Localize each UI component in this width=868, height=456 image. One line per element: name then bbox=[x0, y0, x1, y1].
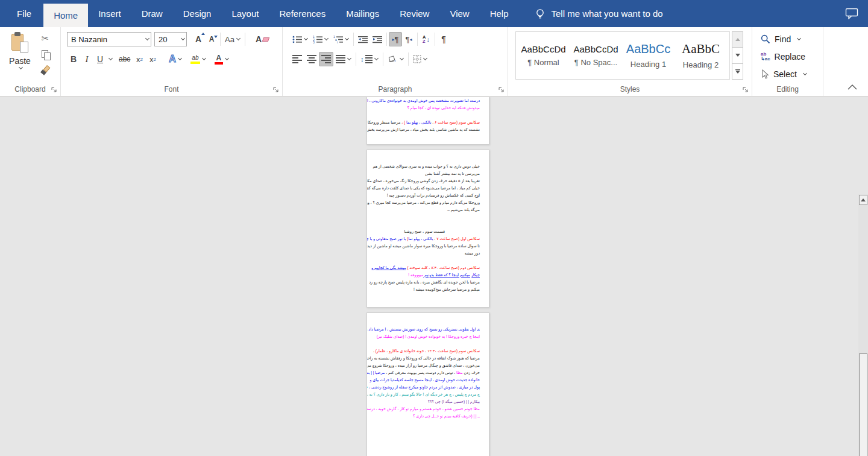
numbering-button[interactable]: 1 2 3 bbox=[310, 32, 331, 46]
vertical-scrollbar[interactable] bbox=[858, 194, 868, 456]
style-preview: AaBbCc bbox=[626, 42, 670, 56]
document-page-1[interactable]: درسته اما تصویرت مشخصه پس خوش اومدی به خ… bbox=[366, 97, 489, 145]
styles-scroll-up-button[interactable] bbox=[732, 31, 743, 48]
align-right-button[interactable] bbox=[319, 52, 333, 66]
tab-help[interactable]: Help bbox=[480, 0, 519, 27]
collapse-ribbon-button[interactable] bbox=[845, 81, 860, 92]
scrollbar-thumb[interactable] bbox=[859, 353, 867, 456]
document-text-line: نشسته که یه ماشین شاسی بلند بخش میاد ، م… bbox=[367, 126, 489, 133]
ltr-direction-button[interactable]: ▸¶ bbox=[389, 32, 402, 46]
styles-scroll-down-button[interactable] bbox=[732, 48, 743, 63]
rtl-icon: ¶◂ bbox=[406, 35, 412, 44]
increase-indent-icon bbox=[373, 36, 382, 43]
tab-view[interactable]: View bbox=[439, 0, 479, 27]
document-page-2[interactable]: خیلی دوس داری نه ؟ و جواب میده و یه سری … bbox=[366, 150, 489, 308]
tab-home[interactable]: Home bbox=[43, 4, 88, 27]
scrollbar-up-button[interactable] bbox=[859, 195, 867, 205]
superscript-button[interactable]: x2 bbox=[146, 52, 159, 66]
multilevel-list-button[interactable]: 1 a i bbox=[331, 32, 351, 46]
paragraph-group: 1 2 3 1 a i bbox=[283, 27, 508, 96]
select-button[interactable]: Select bbox=[761, 67, 819, 81]
change-case-button[interactable]: Aa bbox=[222, 32, 243, 46]
font-name-combobox[interactable]: B Nazanin bbox=[67, 32, 151, 46]
clipboard-group-label: Clipboard bbox=[14, 85, 45, 93]
bullet-list-icon bbox=[292, 36, 302, 43]
underline-button[interactable]: U bbox=[93, 52, 107, 66]
shading-button[interactable] bbox=[385, 52, 406, 66]
rtl-direction-button[interactable]: ¶◂ bbox=[402, 32, 415, 46]
chevron-down-icon[interactable] bbox=[108, 56, 113, 60]
font-color-button[interactable]: A bbox=[212, 52, 231, 66]
justify-button[interactable] bbox=[333, 52, 354, 66]
document-text-line: چیکار میکنیم اینجا ؟ که فقط بدونیم میووو… bbox=[367, 271, 489, 279]
document-text-line: می‌گه بلند می‌شیم ــ bbox=[367, 206, 489, 214]
bold-button[interactable]: B bbox=[67, 52, 80, 66]
align-left-button[interactable] bbox=[290, 52, 304, 66]
bullets-button[interactable] bbox=[290, 32, 310, 46]
clipboard-dialog-launcher[interactable] bbox=[51, 86, 57, 93]
text-effects-button[interactable]: A bbox=[166, 52, 184, 66]
borders-button[interactable] bbox=[410, 52, 430, 66]
style-preview: AaBbC bbox=[682, 42, 720, 57]
document-page-3[interactable]: ی اول نطونی نستریکی رو بسیج که روی صورتش… bbox=[366, 312, 489, 456]
style-card-heading-2[interactable]: AaBbCHeading 2 bbox=[675, 32, 727, 79]
align-left-icon bbox=[292, 55, 302, 63]
tab-mailings[interactable]: Mailings bbox=[336, 0, 389, 27]
style-card--normal[interactable]: AaBbCcDd¶ Normal bbox=[517, 32, 570, 79]
shrink-font-button[interactable]: A bbox=[205, 32, 218, 46]
document-text-line: وروجکا می‌گه دارم میام و قطع می‌کنه ، مر… bbox=[367, 199, 489, 206]
tell-me-box[interactable]: Tell me what you want to do bbox=[535, 0, 663, 27]
strikethrough-button[interactable]: abc bbox=[116, 52, 133, 66]
find-button[interactable]: Find bbox=[761, 32, 819, 46]
document-text-line: درسته اما تصویرت مشخصه پس خوش اومدی به خ… bbox=[367, 97, 489, 104]
document-text-line: تا سوال ساده مرضیا با وروجکا میره سوار م… bbox=[367, 242, 489, 250]
italic-button[interactable]: I bbox=[80, 52, 93, 66]
tab-design[interactable]: Design bbox=[173, 0, 222, 27]
document-text-line: سکانس دوم (صبح ساعت ۸:۳۰ ، کلبه سوخته ) … bbox=[367, 264, 489, 271]
search-icon bbox=[761, 34, 770, 44]
styles-dialog-launcher[interactable] bbox=[742, 86, 749, 93]
comment-icon[interactable] bbox=[845, 8, 858, 19]
document-text-line: سکانس سوم (صبح ساعت ۶ ، بالکنی ، پهلو نم… bbox=[367, 119, 489, 126]
tab-review[interactable]: Review bbox=[389, 0, 439, 27]
tab-references[interactable]: References bbox=[269, 0, 336, 27]
align-center-icon bbox=[307, 55, 316, 63]
align-center-button[interactable] bbox=[304, 52, 319, 66]
document-text-line bbox=[367, 340, 489, 347]
style-card-heading-1[interactable]: AaBbCcHeading 1 bbox=[622, 32, 675, 79]
clear-formatting-button[interactable]: A bbox=[253, 32, 271, 46]
line-spacing-button[interactable]: ↕ bbox=[358, 52, 381, 66]
tab-draw[interactable]: Draw bbox=[131, 0, 173, 27]
tab-layout[interactable]: Layout bbox=[221, 0, 269, 27]
font-dialog-launcher[interactable] bbox=[272, 86, 279, 93]
replace-button[interactable]: ab ↳ac Replace bbox=[761, 49, 819, 64]
tab-insert[interactable]: Insert bbox=[88, 0, 131, 27]
grow-font-button[interactable]: A bbox=[192, 32, 205, 46]
style-label: Heading 1 bbox=[631, 60, 666, 69]
cut-button[interactable]: ✂ bbox=[37, 32, 53, 45]
find-label: Find bbox=[775, 34, 791, 44]
document-text-line: اینجا چ خبره وروجکا ! یه خونواده خوش اوم… bbox=[367, 333, 489, 340]
show-formatting-button[interactable]: ¶ bbox=[437, 32, 450, 46]
format-painter-button[interactable] bbox=[37, 63, 53, 77]
chevron-down-icon bbox=[19, 65, 23, 69]
copy-icon bbox=[42, 50, 49, 59]
decrease-indent-button[interactable] bbox=[356, 32, 370, 46]
styles-more-button[interactable] bbox=[732, 64, 743, 80]
style-label: ¶ No Spac... bbox=[574, 58, 617, 67]
document-text-line: مرضیا با لحن جویده ای نگاهش میره ، یانه … bbox=[367, 279, 489, 286]
paragraph-dialog-launcher[interactable] bbox=[498, 86, 505, 93]
paste-button[interactable]: Paste bbox=[6, 32, 34, 85]
subscript-button[interactable]: x2 bbox=[133, 52, 146, 66]
style-card--no-spac-[interactable]: AaBbCcDd¶ No Spac... bbox=[570, 32, 622, 79]
document-text-line: می‌خورن ، صدای قاشق و چنگال مرضیا رو آزا… bbox=[367, 362, 489, 369]
increase-indent-button[interactable] bbox=[370, 32, 385, 46]
font-size-combobox[interactable]: 20 bbox=[154, 32, 187, 46]
document-text-line: ی اول نطونی نستریکی رو بسیج که روی صورتش… bbox=[367, 326, 489, 333]
tab-file[interactable]: File bbox=[5, 0, 43, 27]
svg-text:i: i bbox=[337, 40, 338, 43]
sort-button[interactable]: AZ ↓ bbox=[420, 32, 433, 46]
copy-button[interactable] bbox=[37, 48, 53, 61]
highlight-button[interactable]: ab bbox=[188, 52, 209, 66]
document-text-line: دور میشه bbox=[367, 250, 489, 257]
